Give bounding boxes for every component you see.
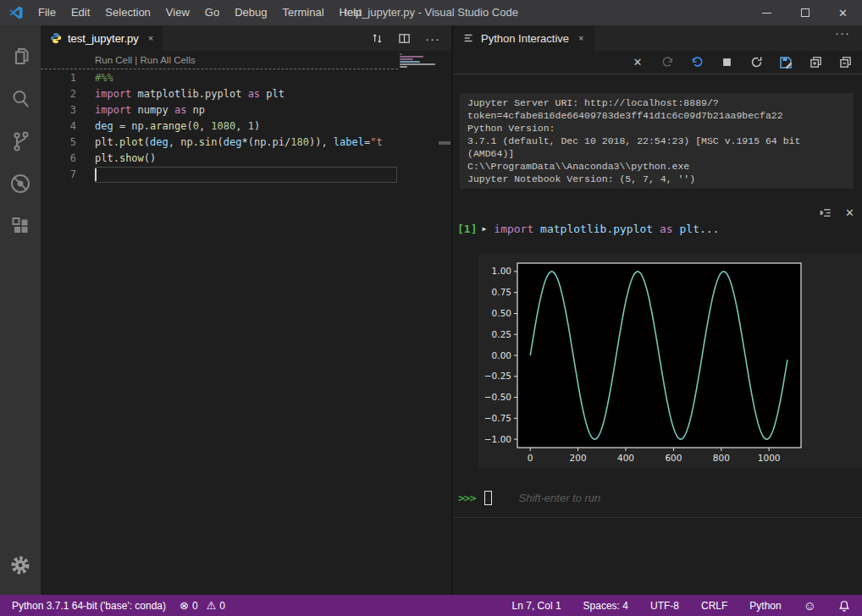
code-editor[interactable]: Run Cell | Run All Cells 1#%%2import mat… [41,51,451,595]
extensions-icon[interactable] [0,205,41,247]
cell-actions: ✕ [819,206,854,219]
synchronize-changes-icon[interactable] [371,32,384,45]
panel-more-actions-icon[interactable]: ··· [835,25,862,51]
cell-code: import matplotlib.pyplot as plt... [494,223,719,235]
menu-debug[interactable]: Debug [227,0,274,25]
tab-test-jupyter[interactable]: test_jupyter.py × [41,25,163,51]
code-line[interactable]: 3import numpy as np [41,102,398,118]
scrollbar-marker[interactable] [439,141,450,145]
activity-bar [0,25,41,595]
menu-bar: FileEditSelectionViewGoDebugTerminalHelp [30,0,369,25]
menu-file[interactable]: File [30,0,64,25]
interactive-input[interactable] [492,488,856,507]
panel-tab-strip: Python Interactive × ··· [453,25,862,51]
vscode-logo-icon [8,5,24,20]
svg-text:0.75: 0.75 [492,287,511,297]
code-line[interactable]: 2import matplotlib.pyplot as plt [41,86,398,102]
language-mode-status[interactable]: Python [746,600,784,612]
cursor-position-status[interactable]: Ln 7, Col 1 [509,600,565,612]
close-window-button[interactable]: ✕ [824,0,862,25]
maximize-button[interactable] [786,0,824,25]
split-editor-icon[interactable] [398,32,411,45]
interactive-input-row: >>> Shift-enter to run [458,488,600,507]
svg-text:800: 800 [713,453,730,463]
svg-text:−0.25: −0.25 [484,371,511,381]
search-icon[interactable] [0,78,41,120]
svg-text:0.25: 0.25 [492,329,511,339]
run-cell-link[interactable]: Run Cell [95,55,132,65]
problems-status[interactable]: ⊗0 ⚠0 [176,599,229,612]
svg-text:400: 400 [617,453,634,463]
editor-tab-strip: test_jupyter.py × ··· [41,25,451,51]
vscode-window: FileEditSelectionViewGoDebugTerminalHelp… [0,0,862,616]
run-all-cells-link[interactable]: Run All Cells [141,55,196,65]
code-line[interactable]: 1#%% [41,70,398,86]
sine-plot-svg: 020040060080010001.000.750.500.250.00−0.… [478,254,862,468]
notifications-bell-icon[interactable] [835,600,854,612]
repl-prompt: >>> [458,492,475,504]
server-info-line: token=4cfabe816de66409783de3ff41d1c6c09d… [467,109,846,122]
editor-actions: ··· [371,25,451,51]
clear-cells-icon[interactable]: ✕ [631,56,644,69]
jupyter-server-info: Jupyter Server URI: http://localhost:888… [460,93,854,189]
menu-view[interactable]: View [158,0,197,25]
svg-text:0.50: 0.50 [492,308,511,318]
interrupt-kernel-icon[interactable] [720,56,733,69]
collapse-all-cells-icon[interactable] [838,56,852,69]
svg-text:200: 200 [570,453,587,463]
svg-text:0: 0 [528,453,533,463]
server-info-line: (AMD64)] [467,147,846,160]
input-separator [453,517,862,518]
undo-icon[interactable] [690,56,704,69]
explorer-icon[interactable] [0,36,41,78]
minimap[interactable] [400,53,437,71]
svg-text:−0.50: −0.50 [484,392,511,402]
svg-text:600: 600 [665,453,682,463]
menu-terminal[interactable]: Terminal [274,0,331,25]
source-control-icon[interactable] [0,120,41,162]
feedback-smiley-icon[interactable]: ☺ [800,598,820,613]
python-interpreter-status[interactable]: Python 3.7.1 64-bit ('base': conda) [8,600,169,612]
warnings-icon: ⚠ [207,599,217,612]
interactive-cell[interactable]: [1] ▶ import matplotlib.pyplot as plt... [457,223,719,235]
status-bar: Python 3.7.1 64-bit ('base': conda) ⊗0 ⚠… [0,595,862,616]
encoding-status[interactable]: UTF-8 [647,600,682,612]
errors-icon: ⊗ [180,599,189,612]
cell-separator-line [41,69,398,69]
eol-status[interactable]: CRLF [698,600,731,612]
menu-edit[interactable]: Edit [64,0,97,25]
hide-cell-icon[interactable]: ✕ [845,206,854,219]
redo-icon[interactable] [660,56,674,69]
window-title: test_jupyter.py - Visual Studio Code [344,0,518,25]
code-line[interactable]: 4deg = np.arange(0, 1080, 1) [41,118,398,135]
code-line[interactable]: 6plt.show() [41,151,398,167]
indentation-status[interactable]: Spaces: 4 [580,600,632,612]
export-notebook-icon[interactable] [779,56,793,69]
server-info-line: C:\\ProgramData\\Anaconda3\\python.exe [467,160,846,173]
restart-kernel-icon[interactable] [749,56,763,69]
codelens: Run Cell | Run All Cells [95,55,196,65]
debug-icon[interactable] [0,162,41,205]
more-actions-icon[interactable]: ··· [425,31,440,46]
python-file-icon [50,32,62,44]
menu-go[interactable]: Go [197,0,227,25]
menu-selection[interactable]: Selection [97,0,157,25]
goto-cell-icon[interactable] [819,206,832,219]
code-line[interactable]: 5plt.plot(deg, np.sin(deg*(np.pi/180)), … [41,135,398,151]
tab-close-icon[interactable]: × [148,33,153,43]
server-info-line: Python Version: [467,122,846,135]
execution-count: [1] [457,223,477,235]
matplotlib-figure: 020040060080010001.000.750.500.250.00−0.… [478,254,862,468]
server-info-line: 3.7.1 (default, Dec 10 2018, 22:54:23) [… [467,135,846,147]
interactive-toolbar: ✕ [453,51,862,74]
current-line-highlight [95,167,397,183]
tab-python-interactive[interactable]: Python Interactive × [453,25,594,51]
cell-expander-icon[interactable]: ▶ [482,225,486,233]
minimize-button[interactable] [748,0,786,25]
expand-all-cells-icon[interactable] [809,56,822,69]
editor-group: test_jupyter.py × ··· Run Cell | Run All… [41,25,451,595]
settings-gear-icon[interactable] [0,544,41,586]
window-controls: ✕ [748,0,862,25]
panel-tab-close-icon[interactable]: × [578,33,583,43]
python-interactive-panel: Python Interactive × ··· ✕ [453,25,862,595]
